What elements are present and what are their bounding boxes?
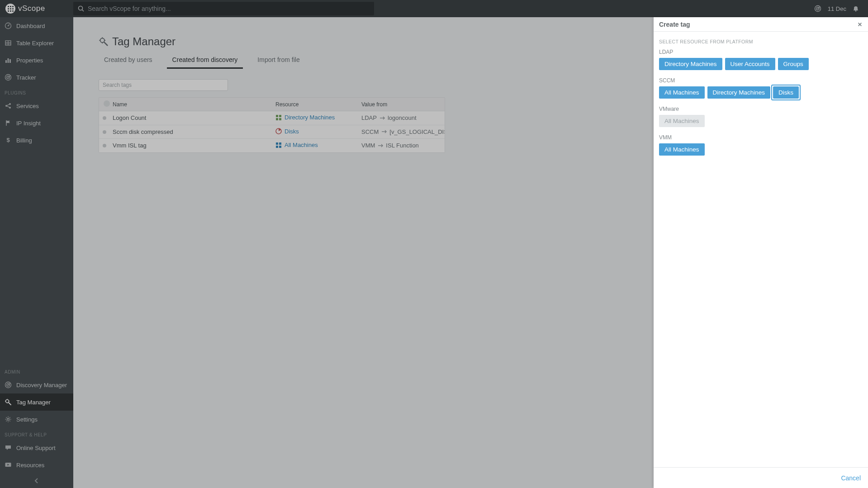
- flag-icon: [5, 119, 12, 127]
- platform-label: SCCM: [659, 77, 863, 84]
- resource-chip-all-machines[interactable]: All Machines: [659, 143, 705, 156]
- sidebar-item-label: Billing: [16, 137, 32, 144]
- sidebar-item-billing[interactable]: Billing: [0, 132, 73, 149]
- sidebar-item-label: Table Explorer: [16, 40, 54, 47]
- sidebar-item-online-support[interactable]: Online Support: [0, 439, 73, 456]
- play-icon: [5, 461, 12, 469]
- search-icon: [78, 5, 84, 12]
- resource-chip-directory-machines[interactable]: Directory Machines: [659, 58, 722, 70]
- tab-created-from-discovery[interactable]: Created from discovery: [167, 52, 243, 69]
- value-from-platform: LDAP: [361, 114, 377, 121]
- radar-icon: [5, 74, 12, 81]
- gearwrench-icon: [99, 37, 109, 47]
- tab-created-by-users[interactable]: Created by users: [99, 52, 158, 69]
- resource-chip-user-accounts[interactable]: User Accounts: [725, 58, 775, 70]
- sidebar-item-table-explorer[interactable]: Table Explorer: [0, 34, 73, 52]
- cancel-button[interactable]: Cancel: [841, 474, 861, 482]
- sidebar-item-label: Settings: [16, 416, 38, 423]
- sidebar-item-services[interactable]: Services: [0, 97, 73, 114]
- close-icon: [857, 22, 863, 27]
- col-value-from[interactable]: Value from: [361, 99, 445, 110]
- brand-text: vScope: [18, 4, 45, 13]
- sidebar-item-settings[interactable]: Settings: [0, 411, 73, 428]
- brand[interactable]: vScope: [0, 4, 73, 14]
- tab-import-from-file[interactable]: Import from file: [252, 52, 305, 69]
- sidebar-item-label: Tracker: [16, 74, 36, 81]
- resource-chip-all-machines: All Machines: [659, 115, 705, 127]
- bell-icon[interactable]: [853, 5, 859, 12]
- sidebar-item-label: Resources: [16, 462, 44, 469]
- gearwrench-icon: [5, 398, 12, 406]
- resource-chip-groups[interactable]: Groups: [778, 58, 809, 70]
- platform-label: VMM: [659, 134, 863, 141]
- arrow-right-icon: [378, 143, 383, 148]
- col-resource[interactable]: Resource: [275, 99, 361, 110]
- resource-link[interactable]: All Machines: [275, 142, 318, 148]
- sidebar-item-discovery-manager[interactable]: Discovery Manager: [0, 376, 73, 393]
- value-from-platform: VMM: [361, 142, 375, 149]
- panel-close-button[interactable]: [857, 22, 863, 27]
- table-header: Name Resource Value from: [99, 98, 445, 111]
- platform-group-vmm: VMMAll Machines: [659, 134, 863, 156]
- sidebar-item-dashboard[interactable]: Dashboard: [0, 17, 73, 34]
- panel-title: Create tag: [659, 21, 690, 28]
- sidebar-item-tracker[interactable]: Tracker: [0, 69, 73, 86]
- sidebar-collapse-button[interactable]: [0, 474, 73, 488]
- resource-chip-directory-machines[interactable]: Directory Machines: [707, 86, 771, 99]
- row-status-dot: [103, 130, 106, 134]
- brand-logo-icon: [5, 4, 15, 14]
- sidebar-item-ip-insight[interactable]: IP Insight: [0, 114, 73, 132]
- page-title-text: Tag Manager: [112, 35, 175, 48]
- resource-link[interactable]: Disks: [275, 128, 299, 135]
- table-row[interactable]: Sccm disk compressedDisksSCCM[v_GS_LOGIC…: [99, 125, 445, 139]
- value-from: VMMISL Function: [361, 142, 419, 149]
- col-name[interactable]: Name: [113, 99, 275, 110]
- chevron-left-icon: [33, 477, 40, 484]
- arrow-right-icon: [381, 129, 387, 134]
- disk-red-icon: [275, 128, 282, 134]
- resource-chip-disks[interactable]: Disks: [773, 86, 799, 99]
- cell-name: Vmm ISL tag: [113, 139, 275, 152]
- radar-icon: [5, 381, 12, 389]
- value-from: LDAPlogoncount: [361, 114, 417, 121]
- dollar-icon: [5, 137, 12, 144]
- global-search[interactable]: [73, 2, 374, 15]
- sidebar-heading-admin: ADMIN: [0, 365, 73, 376]
- dashboard-icon: [5, 22, 12, 29]
- platform-group-vmware: VMwareAll Machines: [659, 106, 863, 127]
- header-date: 11 Dec: [828, 5, 846, 12]
- barchart-icon: [5, 57, 12, 64]
- sidebar-heading-plugins: PLUGINS: [0, 86, 73, 97]
- table-row[interactable]: Logon CountDirectory MachinesLDAPlogonco…: [99, 111, 445, 125]
- sidebar-item-label: Services: [16, 103, 39, 109]
- search-tags-input[interactable]: [99, 79, 228, 91]
- platform-label: VMware: [659, 106, 863, 112]
- value-from-target: logoncount: [388, 114, 417, 121]
- topbar: vScope 11 Dec: [0, 0, 868, 17]
- sidebar-heading-support: SUPPORT & HELP: [0, 428, 73, 439]
- sidebar-item-label: Online Support: [16, 445, 56, 451]
- grid-green-icon: [275, 114, 282, 121]
- sidebar-item-label: Discovery Manager: [16, 382, 67, 389]
- row-status-dot: [103, 116, 106, 120]
- gear-icon: [5, 416, 12, 423]
- resource-link[interactable]: Directory Machines: [275, 114, 335, 121]
- table-row[interactable]: Vmm ISL tagAll MachinesVMMISL Function: [99, 139, 445, 152]
- platform-label: LDAP: [659, 49, 863, 55]
- sidebar-item-label: IP Insight: [16, 120, 41, 127]
- sidebar-item-label: Properties: [16, 57, 43, 64]
- value-from-target: ISL Function: [386, 142, 419, 149]
- value-from: SCCM[v_GS_LOGICAL_DISK: [361, 128, 445, 135]
- sidebar-item-properties[interactable]: Properties: [0, 52, 73, 69]
- comment-icon: [5, 444, 12, 451]
- resource-chip-all-machines[interactable]: All Machines: [659, 86, 705, 99]
- sidebar: DashboardTable ExplorerPropertiesTracker…: [0, 17, 73, 488]
- sidebar-item-tag-manager[interactable]: Tag Manager: [0, 393, 73, 411]
- panel-subtitle: SELECT RESOURCE FROM PLATFORM: [659, 39, 863, 44]
- global-search-input[interactable]: [88, 5, 370, 12]
- row-status-dot: [103, 144, 106, 147]
- select-all-toggle[interactable]: [104, 100, 110, 107]
- sidebar-item-resources[interactable]: Resources: [0, 456, 73, 474]
- platform-group-ldap: LDAPDirectory MachinesUser AccountsGroup…: [659, 49, 863, 70]
- tracker-icon[interactable]: [814, 5, 821, 12]
